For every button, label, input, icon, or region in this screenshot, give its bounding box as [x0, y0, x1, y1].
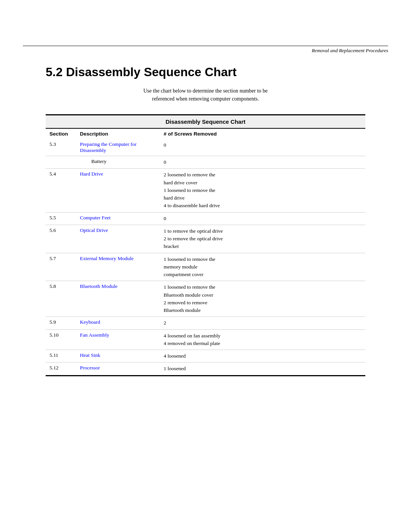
table-row: 5.11Heat Sink4 loosened	[46, 350, 365, 363]
cell-section: 5.10	[46, 329, 76, 350]
cell-description[interactable]: External Memory Module	[76, 253, 160, 281]
intro-paragraph: Use the chart below to determine the sec…	[46, 87, 365, 103]
chart-table: Section Description # of Screws Removed …	[46, 129, 365, 375]
description-link[interactable]: Processor	[80, 365, 100, 371]
description-link[interactable]: Fan Assembly	[80, 332, 109, 338]
cell-description[interactable]: Fan Assembly	[76, 329, 160, 350]
cell-section: 5.12	[46, 363, 76, 375]
cell-section: 5.4	[46, 169, 76, 212]
cell-screws: 4 loosened on fan assembly4 removed on t…	[160, 329, 365, 350]
cell-description[interactable]: Hard Drive	[76, 169, 160, 212]
description-link[interactable]: Disassembly	[80, 147, 106, 153]
header-text: Removal and Replacement Procedures	[0, 46, 411, 54]
cell-description[interactable]: Keyboard	[76, 317, 160, 329]
page-container: Removal and Replacement Procedures 5.2 D…	[0, 46, 411, 532]
cell-description: Battery	[76, 156, 160, 169]
cell-screws: 0	[160, 156, 365, 169]
cell-description[interactable]: Bluetooth Module	[76, 281, 160, 317]
screw-text: Bluetooth module	[164, 307, 201, 313]
screw-text: 4 loosened	[164, 353, 186, 359]
screw-text: hard drive cover	[164, 180, 197, 185]
screw-text: 0	[164, 142, 166, 148]
screw-text: memory module	[164, 264, 198, 270]
table-row: 5.3Preparing the Computer forDisassembly…	[46, 139, 365, 156]
description-link[interactable]: Optical Drive	[80, 227, 108, 233]
col-header-section: Section	[46, 129, 76, 139]
screw-text: 2 removed to remove	[164, 300, 207, 305]
screw-text: bracket	[164, 243, 179, 249]
screw-text: compartment cover	[164, 272, 204, 277]
screw-text: 4 loosened on fan assembly	[164, 333, 220, 339]
screw-text: 4 removed on thermal plate	[164, 340, 220, 346]
cell-section: 5.9	[46, 317, 76, 329]
table-row: 5.5Computer Feet0	[46, 212, 365, 225]
main-content: 5.2 Disassembly Sequence Chart Use the c…	[0, 54, 411, 414]
cell-screws: 1 to remove the optical drive2 to remove…	[160, 225, 365, 253]
screw-text: 2 loosened to remove the	[164, 172, 215, 177]
description-link[interactable]: External Memory Module	[80, 256, 134, 261]
intro-line2: referenced when removing computer compon…	[152, 96, 259, 102]
cell-screws: 2	[160, 317, 365, 329]
cell-section: 5.6	[46, 225, 76, 253]
cell-section: 5.11	[46, 350, 76, 363]
cell-description[interactable]: Heat Sink	[76, 350, 160, 363]
cell-section: 5.7	[46, 253, 76, 281]
screw-text: 1 loosened to remove the	[164, 187, 215, 193]
cell-screws: 4 loosened	[160, 350, 365, 363]
table-row: 5.10Fan Assembly4 loosened on fan assemb…	[46, 329, 365, 350]
cell-screws: 1 loosened to remove theBluetooth module…	[160, 281, 365, 317]
col-header-screws: # of Screws Removed	[160, 129, 365, 139]
cell-section: 5.3	[46, 139, 76, 156]
cell-screws: 2 loosened to remove thehard drive cover…	[160, 169, 365, 212]
description-link[interactable]: Heat Sink	[80, 352, 100, 358]
screw-text: 1 loosened to remove the	[164, 256, 215, 262]
intro-line1: Use the chart below to determine the sec…	[143, 88, 268, 94]
table-row: 5.6Optical Drive1 to remove the optical …	[46, 225, 365, 253]
screw-text: 1 loosened	[164, 366, 186, 371]
description-link[interactable]: Bluetooth Module	[80, 283, 118, 289]
table-row: 5.7External Memory Module1 loosened to r…	[46, 253, 365, 281]
description-link[interactable]: Computer Feet	[80, 215, 111, 220]
cell-description[interactable]: Processor	[76, 363, 160, 375]
table-header-row: Section Description # of Screws Removed	[46, 129, 365, 139]
screw-text: Bluetooth module cover	[164, 292, 213, 298]
col-header-description: Description	[76, 129, 160, 139]
cell-description[interactable]: Preparing the Computer forDisassembly	[76, 139, 160, 156]
cell-screws: 0	[160, 139, 365, 156]
description-text: Battery	[80, 158, 107, 164]
cell-screws: 0	[160, 212, 365, 225]
screw-text: 2 to remove the optical drive	[164, 236, 223, 241]
cell-section: 5.5	[46, 212, 76, 225]
description-link[interactable]: Hard Drive	[80, 171, 103, 177]
table-row: 5.8Bluetooth Module1 loosened to remove …	[46, 281, 365, 317]
cell-screws: 1 loosened to remove thememory modulecom…	[160, 253, 365, 281]
screw-text: hard drive	[164, 195, 185, 201]
chart-title: Disassembly Sequence Chart	[46, 115, 365, 129]
table-row: 5.9Keyboard2	[46, 317, 365, 329]
cell-section	[46, 156, 76, 169]
screw-text: 0	[164, 216, 166, 221]
screw-text: 1 loosened to remove the	[164, 284, 215, 290]
cell-description[interactable]: Computer Feet	[76, 212, 160, 225]
description-link[interactable]: Preparing the Computer for	[80, 141, 137, 147]
screw-text: 2	[164, 320, 166, 326]
cell-description[interactable]: Optical Drive	[76, 225, 160, 253]
table-row: 5.4Hard Drive2 loosened to remove thehar…	[46, 169, 365, 212]
description-link[interactable]: Keyboard	[80, 319, 100, 325]
table-row: 5.12Processor1 loosened	[46, 363, 365, 375]
screw-text: 0	[164, 159, 166, 165]
screw-text: 4 to disassemble hard drive	[164, 203, 220, 208]
table-row: Battery0	[46, 156, 365, 169]
page-title: 5.2 Disassembly Sequence Chart	[46, 65, 365, 79]
disassembly-chart: Disassembly Sequence Chart Section Descr…	[46, 114, 365, 376]
cell-screws: 1 loosened	[160, 363, 365, 375]
cell-section: 5.8	[46, 281, 76, 317]
screw-text: 1 to remove the optical drive	[164, 228, 223, 234]
